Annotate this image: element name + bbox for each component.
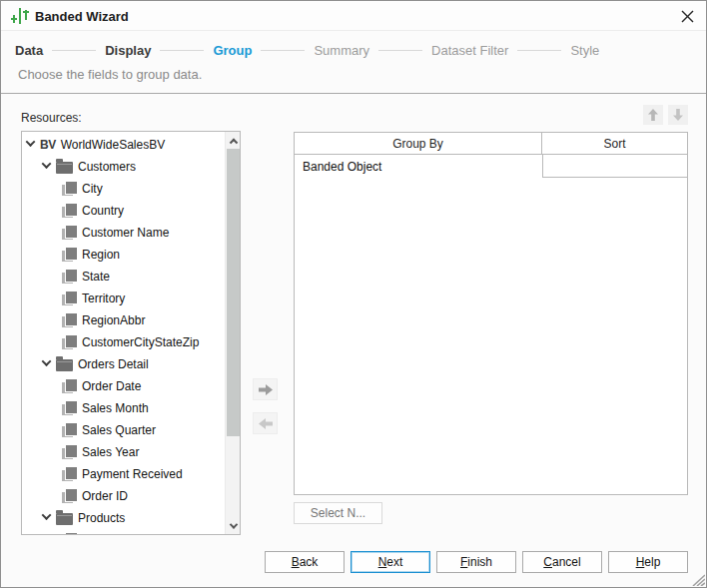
wizard-body: Resources: BVWorldWideSalesBVCustomersCi… xyxy=(1,95,706,587)
cancel-button[interactable]: Cancel xyxy=(522,551,602,573)
folder-icon xyxy=(56,359,73,371)
group-by-table: Group By Sort Banded Object xyxy=(294,132,688,495)
tree-item-products[interactable]: Products xyxy=(22,507,225,529)
folder-icon xyxy=(56,513,73,525)
chevron-down-icon[interactable] xyxy=(42,159,52,169)
scrollbar-up-button[interactable] xyxy=(226,132,241,148)
tree-item-customers[interactable]: Customers xyxy=(22,156,225,178)
arrow-right-icon xyxy=(258,383,274,396)
tree-item-customer-name[interactable]: Customer Name xyxy=(22,222,225,244)
tree-scrollbar[interactable] xyxy=(225,132,240,534)
step-connector xyxy=(517,50,561,51)
tree-item-label: Order Date xyxy=(82,379,141,393)
step-connector xyxy=(52,50,96,51)
tree-item-label: Customers xyxy=(78,160,136,174)
tree-item-city[interactable]: City xyxy=(22,178,225,200)
group-by-cell[interactable]: Banded Object xyxy=(295,155,542,178)
chevron-down-icon[interactable] xyxy=(42,510,52,520)
sort-cell[interactable] xyxy=(542,155,687,178)
wizard-step-style[interactable]: Style xyxy=(570,43,599,58)
tree-item-regionabbr[interactable]: RegionAbbr xyxy=(22,309,225,331)
tree-item-worldwidesalesbv[interactable]: BVWorldWideSalesBV xyxy=(22,134,225,156)
business-view-icon: BV xyxy=(40,138,56,152)
field-icon xyxy=(62,270,77,284)
field-icon xyxy=(62,467,77,481)
wizard-step-data[interactable]: Data xyxy=(15,43,43,58)
tree-item-label: Customer Name xyxy=(82,226,169,240)
tree-item-label: Order ID xyxy=(82,489,128,503)
wizard-step-display[interactable]: Display xyxy=(105,43,151,58)
wizard-header: DataDisplayGroupSummaryDataset FilterSty… xyxy=(1,32,706,94)
footer-buttons: BackNextFinishCancelHelp xyxy=(265,551,688,573)
tree-item-label: City xyxy=(82,182,103,196)
step-connector xyxy=(378,50,422,51)
wizard-step-summary[interactable]: Summary xyxy=(314,43,369,58)
field-icon xyxy=(62,533,77,535)
field-icon xyxy=(62,226,77,240)
chevron-down-icon[interactable] xyxy=(42,356,52,366)
tree-item-sales-year[interactable]: Sales Year xyxy=(22,441,225,463)
wizard-step-dataset-filter[interactable]: Dataset Filter xyxy=(431,43,508,58)
resources-label: Resources: xyxy=(21,111,82,125)
move-down-button[interactable] xyxy=(668,105,688,125)
chevron-down-icon xyxy=(229,520,237,528)
scrollbar-down-button[interactable] xyxy=(226,518,241,534)
tree-item-state[interactable]: State xyxy=(22,266,225,288)
add-group-button[interactable] xyxy=(253,378,278,400)
arrow-down-icon xyxy=(672,108,684,122)
tree-item[interactable] xyxy=(22,529,225,535)
field-icon xyxy=(62,445,77,459)
help-button[interactable]: Help xyxy=(608,551,688,573)
field-icon xyxy=(62,313,77,327)
tree-item-label: Territory xyxy=(82,292,125,305)
tree-item-country[interactable]: Country xyxy=(22,200,225,222)
select-n-button[interactable]: Select N... xyxy=(294,502,382,524)
wizard-description: Choose the fields to group data. xyxy=(18,67,202,82)
remove-group-button[interactable] xyxy=(253,412,278,434)
tree-item-sales-quarter[interactable]: Sales Quarter xyxy=(22,419,225,441)
tree-item-payment-received[interactable]: Payment Received xyxy=(22,463,225,485)
finish-button[interactable]: Finish xyxy=(436,551,516,573)
field-icon xyxy=(62,379,77,393)
field-icon xyxy=(62,489,77,503)
field-icon xyxy=(62,248,77,262)
field-icon xyxy=(62,292,77,305)
tree-item-label: Sales Quarter xyxy=(82,423,156,437)
tree-item-order-id[interactable]: Order ID xyxy=(22,485,225,507)
tree-item-label: Sales Month xyxy=(82,401,149,415)
field-icon xyxy=(62,182,77,196)
scrollbar-thumb[interactable] xyxy=(227,149,240,436)
tree-item-label: Products xyxy=(78,511,125,525)
banded-chart-icon xyxy=(10,7,30,25)
tree-item-orders-detail[interactable]: Orders Detail xyxy=(22,353,225,375)
tree-item-label: WorldWideSalesBV xyxy=(61,138,165,152)
close-icon xyxy=(681,10,694,23)
move-up-button[interactable] xyxy=(643,105,663,125)
wizard-step-group[interactable]: Group xyxy=(213,43,252,58)
window-title: Banded Wizard xyxy=(35,9,129,24)
group-row[interactable]: Banded Object xyxy=(295,155,687,178)
tree-item-region[interactable]: Region xyxy=(22,244,225,266)
chevron-down-icon[interactable] xyxy=(26,137,36,147)
tree-item-label: CustomerCityStateZip xyxy=(82,335,199,349)
column-header-sort: Sort xyxy=(542,133,687,154)
resources-tree-panel: BVWorldWideSalesBVCustomersCityCountryCu… xyxy=(21,131,241,535)
tree-item-customercitystatezip[interactable]: CustomerCityStateZip xyxy=(22,331,225,353)
back-button[interactable]: Back xyxy=(265,551,345,573)
field-icon xyxy=(62,335,77,349)
next-button[interactable]: Next xyxy=(351,551,430,573)
tree-item-label: Region xyxy=(82,248,120,262)
resources-tree: BVWorldWideSalesBVCustomersCityCountryCu… xyxy=(22,134,225,535)
resize-grip[interactable] xyxy=(689,572,705,586)
arrow-up-icon xyxy=(647,108,659,122)
chevron-up-icon xyxy=(229,139,237,147)
banded-wizard-dialog: Banded Wizard DataDisplayGroupSummaryDat… xyxy=(0,0,707,588)
tree-item-label: State xyxy=(82,270,110,284)
tree-item-territory[interactable]: Territory xyxy=(22,288,225,309)
close-button[interactable] xyxy=(676,7,698,26)
tree-item-label: RegionAbbr xyxy=(82,313,145,327)
tree-item-sales-month[interactable]: Sales Month xyxy=(22,397,225,419)
tree-item-label: Payment Received xyxy=(82,467,183,481)
tree-item-order-date[interactable]: Order Date xyxy=(22,375,225,397)
step-connector xyxy=(261,50,305,51)
